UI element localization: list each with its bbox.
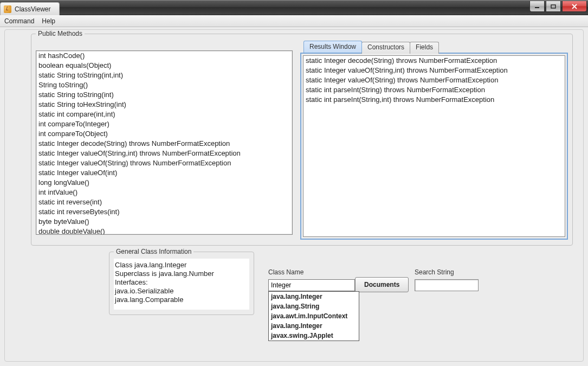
menu-command[interactable]: Command (4, 17, 34, 25)
gci-text: Class java.lang.Integer Superclass is ja… (114, 259, 249, 310)
list-item[interactable]: static Integer valueOf(int) (36, 168, 292, 178)
tab-fields[interactable]: Fields (410, 42, 439, 54)
public-methods-panel: Public Methods int hashCode()boolean equ… (31, 30, 573, 246)
gci-line: Class java.lang.Integer (115, 261, 248, 269)
dropdown-option[interactable]: java.lang.Integer (269, 292, 359, 301)
list-item[interactable]: static String toString(int,int) (36, 70, 292, 80)
list-item[interactable]: static String toString(int) (36, 90, 292, 100)
tab-results-window[interactable]: Results Window (303, 41, 362, 53)
class-name-combobox[interactable]: java.lang.Integerjava.lang.Stringjava.aw… (268, 279, 359, 291)
search-string-label: Search String (415, 268, 512, 276)
window-minimize-button[interactable] (529, 1, 545, 12)
svg-rect-1 (551, 5, 555, 8)
gci-line: Superclass is java.lang.Number (115, 269, 248, 278)
list-item[interactable]: String toString() (36, 80, 292, 90)
gci-line: Interfaces: (115, 278, 248, 287)
dropdown-option[interactable]: java.lang.Integer (269, 321, 359, 331)
list-item[interactable]: byte byteValue() (36, 217, 292, 227)
app-icon (4, 5, 11, 13)
list-item[interactable]: int intValue() (36, 188, 292, 197)
gci-line: java.io.Serializable (115, 287, 248, 296)
tab-strip: Results Window Constructors Fields (303, 41, 438, 53)
list-item[interactable]: int hashCode() (36, 51, 292, 61)
class-name-dropdown-list[interactable]: java.lang.Integerjava.lang.Stringjava.aw… (268, 291, 359, 341)
tab-constructors[interactable]: Constructors (361, 42, 410, 54)
public-methods-list[interactable]: int hashCode()boolean equals(Object)stat… (36, 50, 293, 235)
list-item[interactable]: static int reverseBytes(int) (36, 207, 292, 217)
gci-line: java.lang.Comparable (115, 296, 248, 304)
list-item[interactable]: static int reverse(int) (36, 197, 292, 207)
dropdown-option[interactable]: java.lang.String (269, 301, 359, 311)
documents-button[interactable]: Documents (355, 277, 409, 292)
list-item[interactable]: static Integer valueOf(String) throws Nu… (303, 75, 565, 85)
list-item[interactable]: boolean equals(Object) (36, 61, 292, 70)
list-item[interactable]: int compareTo(Object) (36, 129, 292, 139)
search-string-input[interactable] (415, 279, 479, 291)
window-titlebar: ClassViewer (0, 0, 588, 15)
list-item[interactable]: static String toHexString(int) (36, 100, 292, 110)
window-title: ClassViewer (15, 5, 50, 13)
public-methods-legend: Public Methods (36, 30, 85, 37)
class-name-input[interactable] (269, 280, 354, 291)
list-item[interactable]: int compareTo(Integer) (36, 119, 292, 129)
window-maximize-button[interactable] (546, 1, 561, 12)
list-item[interactable]: long longValue() (36, 178, 292, 188)
menu-help[interactable]: Help (42, 17, 55, 25)
results-window-list[interactable]: static Integer decode(String) throws Num… (303, 55, 565, 237)
general-class-info-panel: General Class Information Class java.lan… (109, 248, 254, 315)
list-item[interactable]: double doubleValue() (36, 227, 292, 235)
list-item[interactable]: static Integer valueOf(String) throws Nu… (36, 158, 292, 168)
dropdown-option[interactable]: java.awt.im.InputContext (269, 311, 359, 321)
list-item[interactable]: static int parseInt(String,int) throws N… (303, 95, 565, 105)
gci-legend: General Class Information (114, 248, 193, 255)
list-item[interactable]: static Integer valueOf(String,int) throw… (36, 149, 292, 158)
menubar: Command Help (0, 15, 588, 27)
list-item[interactable]: static Integer decode(String) throws Num… (36, 139, 292, 149)
class-name-label: Class Name (268, 268, 366, 276)
window-close-button[interactable] (562, 1, 587, 12)
list-item[interactable]: static Integer decode(String) throws Num… (303, 56, 565, 66)
dropdown-option[interactable]: javax.swing.JApplet (269, 331, 359, 341)
main-panel: Public Methods int hashCode()boolean equ… (4, 29, 584, 362)
list-item[interactable]: static Integer valueOf(String,int) throw… (303, 66, 565, 75)
list-item[interactable]: static int parseInt(String) throws Numbe… (303, 85, 565, 95)
list-item[interactable]: static int compare(int,int) (36, 110, 292, 119)
